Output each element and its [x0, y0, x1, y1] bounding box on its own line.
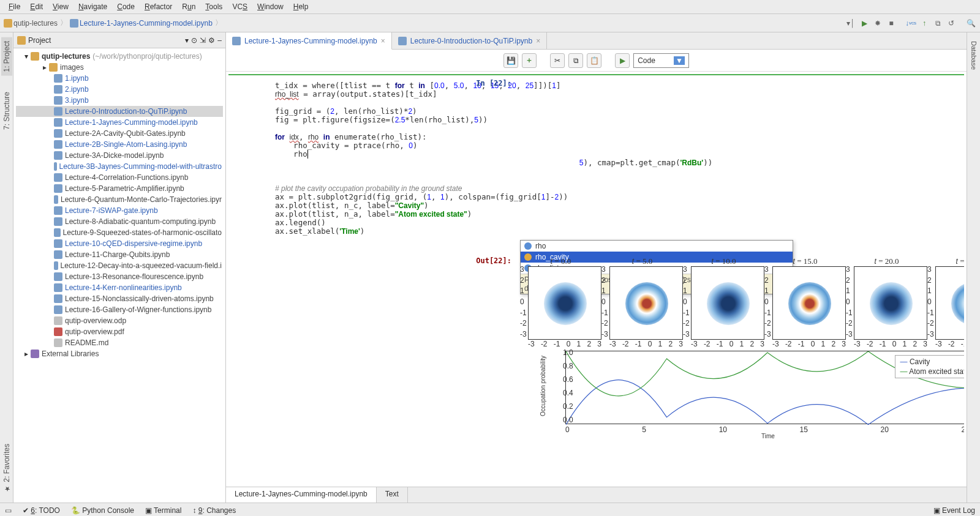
tool-todo[interactable]: ✔ 6: TODO: [23, 506, 60, 515]
cell-type-select[interactable]: Code▼: [633, 53, 689, 68]
close-tab-icon[interactable]: ×: [381, 37, 385, 45]
tree-file[interactable]: Lecture-1-Jaynes-Cumming-model.ipynb: [16, 117, 223, 128]
close-tab-icon[interactable]: ×: [536, 37, 540, 45]
run-config-dropdown[interactable]: ▾│: [845, 18, 856, 29]
menu-help[interactable]: Help: [288, 1, 314, 12]
tree-file[interactable]: Lecture-2A-Cavity-Qubit-Gates.ipynb: [16, 128, 223, 139]
tree-root[interactable]: ▾ qutip-lectures (~/work/pythonproj/quti…: [16, 51, 223, 62]
vcs-update-icon[interactable]: ↓vcs: [905, 18, 916, 29]
bottom-tool-stripe: ▭ ✔ 6: TODO 🐍 Python Console ▣ Terminal …: [0, 503, 980, 516]
tree-file[interactable]: Lecture-13-Resonance-flourescence.ipynb: [16, 271, 223, 282]
run-cell-button[interactable]: ▶: [615, 53, 630, 68]
menu-edit[interactable]: Edit: [25, 1, 48, 12]
x-axis-label: Time: [761, 433, 775, 439]
run-icon[interactable]: ▶: [859, 18, 870, 29]
menu-window[interactable]: Window: [252, 1, 288, 12]
debug-icon[interactable]: ✸: [872, 18, 883, 29]
tree-file[interactable]: qutip-overview.odp: [16, 315, 223, 326]
gear-icon[interactable]: ⚙: [208, 36, 215, 45]
tree-file[interactable]: Lecture-2B-Single-Atom-Lasing.ipynb: [16, 139, 223, 150]
breadcrumb-file[interactable]: Lecture-1-Jaynes-Cumming-model.ipynb: [80, 19, 213, 28]
sub-tab-text[interactable]: Text: [377, 487, 408, 503]
wigner-subplot: t = 10.0-3-2-101233210-1-2-3: [683, 256, 764, 340]
menu-view[interactable]: View: [48, 1, 74, 12]
vcs-commit-icon[interactable]: ↑: [919, 18, 930, 29]
scroll-from-source-icon[interactable]: ⊙: [191, 36, 197, 45]
project-tree[interactable]: ▾ qutip-lectures (~/work/pythonproj/quti…: [13, 48, 225, 362]
menu-run[interactable]: Run: [177, 1, 200, 12]
menu-tools[interactable]: Tools: [200, 1, 227, 12]
code-editor[interactable]: t_idx = where([tlist == t for t in [0.0,…: [232, 81, 960, 236]
add-cell-button[interactable]: ＋: [522, 53, 537, 68]
tree-file[interactable]: qutip-overview.pdf: [16, 326, 223, 337]
save-button[interactable]: 💾: [503, 53, 518, 68]
folder-icon: [4, 19, 12, 28]
sub-tab-file[interactable]: Lecture-1-Jaynes-Cumming-model.ipynb: [226, 487, 377, 503]
menu-bar: File Edit View Navigate Code Refactor Ru…: [0, 0, 980, 14]
editor-sub-tabs: Lecture-1-Jaynes-Cumming-model.ipynb Tex…: [226, 487, 967, 503]
menu-vcs[interactable]: VCS: [227, 1, 252, 12]
in-prompt: In [22]:: [476, 79, 511, 88]
tool-changes[interactable]: ↕ 9: Changes: [192, 506, 236, 515]
breadcrumb: qutip-lectures 〉 Lecture-1-Jaynes-Cummin…: [4, 18, 224, 28]
tree-file[interactable]: Lecture-5-Parametric-Amplifier.ipynb: [16, 183, 223, 194]
folder-icon: [17, 36, 26, 45]
project-tool-window: Project ▾ ⊙ ⇲ ⚙ – ▾ qutip-lectures (~/wo…: [13, 32, 226, 503]
tool-project-tab[interactable]: 1: Project: [1, 37, 12, 76]
completion-item[interactable]: rho: [521, 241, 793, 252]
tree-file[interactable]: Lecture-3A-Dicke-model.ipynb: [16, 150, 223, 161]
editor-tab[interactable]: Lecture-1-Jaynes-Cumming-model.ipynb×: [226, 32, 392, 50]
statusbar-icon[interactable]: ▭: [5, 506, 12, 515]
tree-folder-images[interactable]: ▸ images: [16, 62, 223, 73]
tree-file[interactable]: 2.ipynb: [16, 84, 223, 95]
vcs-history-icon[interactable]: ↺: [946, 18, 957, 29]
code-cell[interactable]: In [22]: t_idx = where([tlist == t for t…: [228, 74, 964, 484]
out-prompt: Out[22]:: [476, 256, 511, 265]
menu-navigate[interactable]: Navigate: [74, 1, 112, 12]
search-icon[interactable]: 🔍: [965, 18, 976, 29]
tree-file[interactable]: Lecture-6-Quantum-Monte-Carlo-Trajectori…: [16, 194, 223, 205]
occupation-plot: Occupation probability — Cavity — Atom e…: [541, 350, 964, 438]
tree-file[interactable]: Lecture-9-Squeezed-states-of-harmonic-os…: [16, 227, 223, 238]
tool-structure-tab[interactable]: 7: Structure: [1, 88, 12, 133]
left-tool-stripe: 1: Project 7: Structure ★ 2: Favorites: [0, 32, 13, 503]
tree-file[interactable]: Lecture-8-Adiabatic-quantum-computing.ip…: [16, 216, 223, 227]
tool-database-tab[interactable]: Database: [969, 37, 979, 73]
hide-icon[interactable]: –: [217, 36, 222, 45]
tree-file[interactable]: Lecture-10-cQED-dispersive-regime.ipynb: [16, 238, 223, 249]
tree-file[interactable]: Lecture-11-Charge-Qubits.ipynb: [16, 249, 223, 260]
menu-code[interactable]: Code: [112, 1, 140, 12]
wigner-plots: t = 0.0-3-2-101233210-1-2-3t = 5.0-3-2-1…: [520, 256, 964, 340]
copy-button[interactable]: ⧉: [568, 53, 583, 68]
tool-favorites-tab[interactable]: ★ 2: Favorites: [1, 440, 12, 496]
tree-file[interactable]: Lecture-14-Kerr-nonlinearities.ipynb: [16, 282, 223, 293]
notebook-icon: [70, 19, 78, 28]
tool-terminal[interactable]: ▣ Terminal: [145, 506, 181, 515]
event-log[interactable]: ▣ Event Log: [933, 506, 975, 515]
tree-file[interactable]: Lecture-4-Correlation-Functions.ipynb: [16, 172, 223, 183]
tree-file[interactable]: 1.ipynb: [16, 73, 223, 84]
tree-file[interactable]: Lecture-15-Nonclassically-driven-atoms.i…: [16, 293, 223, 304]
tree-file[interactable]: Lecture-3B-Jaynes-Cumming-model-with-ult…: [16, 161, 223, 172]
tree-file[interactable]: 3.ipynb: [16, 95, 223, 106]
menu-refactor[interactable]: Refactor: [140, 1, 177, 12]
editor-tab[interactable]: Lecture-0-Introduction-to-QuTiP.ipynb×: [392, 32, 547, 49]
tool-python-console[interactable]: 🐍 Python Console: [71, 506, 134, 515]
menu-file[interactable]: File: [4, 1, 25, 12]
vcs-diff-icon[interactable]: ⧉: [932, 18, 943, 29]
tree-file[interactable]: Lecture-7-iSWAP-gate.ipynb: [16, 205, 223, 216]
project-view-dropdown-icon[interactable]: ▾: [185, 36, 189, 45]
tree-file[interactable]: Lecture-0-Introduction-to-QuTiP.ipynb: [16, 106, 223, 117]
paste-button[interactable]: 📋: [587, 53, 601, 68]
breadcrumb-root[interactable]: qutip-lectures: [13, 19, 58, 28]
project-view-title[interactable]: Project: [28, 36, 183, 45]
tree-file[interactable]: Lecture-12-Decay-into-a-squeezed-vacuum-…: [16, 260, 223, 271]
collapse-all-icon[interactable]: ⇲: [200, 36, 206, 45]
run-toolbar: ▾│ ▶ ✸ ■ ↓vcs ↑ ⧉ ↺ 🔍: [845, 18, 976, 29]
stop-icon[interactable]: ■: [886, 18, 897, 29]
cut-button[interactable]: ✂: [550, 53, 565, 68]
tree-external-libraries[interactable]: ▸ External Libraries: [16, 348, 223, 359]
tree-file[interactable]: README.md: [16, 337, 223, 348]
tree-file[interactable]: Lecture-16-Gallery-of-Wigner-functions.i…: [16, 304, 223, 315]
right-tool-stripe: Database: [967, 32, 980, 503]
